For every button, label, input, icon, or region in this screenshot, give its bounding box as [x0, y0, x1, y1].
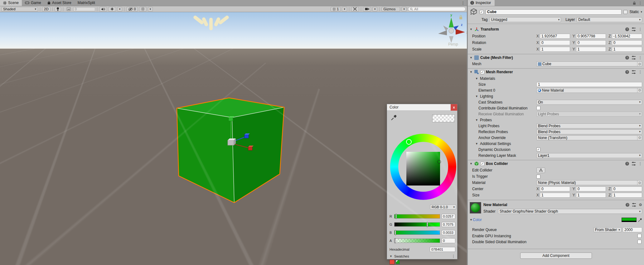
help-icon[interactable]: ? [625, 27, 629, 31]
active-checkbox[interactable]: ✓ [480, 10, 484, 14]
perspective-label[interactable]: Persp [442, 42, 464, 46]
object-picker-icon[interactable]: ⊙ [637, 136, 642, 140]
color-mode-dropdown[interactable]: RGB 0-1.0 ▾ [430, 205, 456, 210]
object-picker-icon[interactable]: ⊙ [637, 181, 642, 185]
foldout-icon[interactable]: ▼ [470, 28, 473, 31]
saturation-value-cursor[interactable] [437, 160, 441, 164]
tab-matrixsplit[interactable]: MatrixSplit [75, 0, 98, 6]
render-queue-field[interactable]: 2000 [623, 227, 642, 232]
value-field-a[interactable]: 0 [442, 238, 455, 243]
scale-z-field[interactable]: 1 [612, 47, 642, 52]
additional-settings-foldout[interactable]: ▼Additional Settings [468, 141, 644, 147]
presets-icon[interactable] [632, 162, 636, 165]
scale-handle-center[interactable] [228, 138, 236, 145]
box-collider-enabled-checkbox[interactable]: ✓ [480, 162, 484, 166]
exposure-field[interactable]: 0 [73, 7, 95, 11]
swatch-red[interactable] [390, 260, 395, 264]
gameobject-cube-icon[interactable] [470, 8, 478, 16]
tab-scene[interactable]: Scene [0, 0, 22, 6]
rotation-x-field[interactable]: 0 [540, 40, 570, 45]
grid-visibility-button[interactable] [139, 7, 147, 12]
component-menu-icon[interactable]: ⋮ [638, 55, 642, 60]
help-icon[interactable]: ? [626, 203, 629, 207]
foldout-icon[interactable]: ▼ [470, 218, 473, 221]
slider-g[interactable] [394, 222, 440, 227]
slider-handle-r[interactable] [395, 214, 397, 219]
scene-tab-menu-icon[interactable]: ⋮ [461, 1, 465, 5]
presets-icon[interactable] [632, 28, 636, 31]
help-icon[interactable]: ? [625, 162, 629, 166]
size-y-field[interactable]: 1 [576, 193, 606, 198]
foldout-icon[interactable]: ▼ [470, 56, 473, 59]
mesh-object-field[interactable]: Cube ⊙ [536, 61, 642, 66]
mesh-renderer-header[interactable]: ▼ ✓ Mesh Renderer ? ⋮ [468, 69, 644, 75]
gizmo-axis-y[interactable]: y [449, 13, 454, 27]
saturation-value-square[interactable] [406, 152, 440, 186]
tab-asset-store[interactable]: Asset Store [44, 0, 75, 6]
effects-toggle-button[interactable] [108, 7, 116, 12]
lock-icon[interactable] [633, 1, 636, 5]
slider-handle-b[interactable] [395, 230, 396, 235]
anchor-override-field[interactable]: None (Transform)⊙ [536, 135, 642, 140]
lighting-foldout[interactable]: ▼Lighting [468, 93, 644, 99]
object-picker-icon[interactable]: ⊙ [637, 88, 642, 93]
center-y-field[interactable]: 0 [576, 186, 606, 191]
rendering-layer-mask-dropdown[interactable]: Layer1▾ [536, 153, 642, 158]
shader-dropdown[interactable]: Shader Graphs/New Shader Graph▾ [498, 209, 642, 214]
gizmo-axis-z[interactable]: z [453, 23, 462, 30]
position-x-field[interactable]: 1.920587 [540, 34, 570, 39]
slider-handle-g[interactable] [427, 222, 428, 227]
value-field-r[interactable]: 0.0257 [442, 214, 455, 219]
foldout-icon[interactable]: ▼ [390, 255, 393, 258]
color-window-titlebar[interactable]: Color x [387, 104, 457, 111]
swatches-menu-icon[interactable]: ⋮ [452, 254, 455, 258]
swatches-header[interactable]: ▼ Swatches ⋮ [390, 253, 455, 259]
gizmo-center[interactable] [449, 28, 454, 33]
light-probes-dropdown[interactable]: Blend Probes▾ [536, 123, 642, 128]
slider-r[interactable] [394, 214, 440, 219]
inspector-menu-icon[interactable]: ⋮ [638, 1, 642, 5]
materials-foldout[interactable]: ▼Materials [468, 75, 644, 81]
2d-toggle-button[interactable]: 2D [42, 7, 51, 12]
gizmo-axis-negative[interactable] [438, 26, 453, 43]
gear-icon[interactable]: ⚙ [639, 203, 642, 207]
size-x-field[interactable]: 1 [540, 193, 570, 198]
double-sided-gi-checkbox[interactable] [637, 240, 642, 244]
component-menu-icon[interactable]: ⋮ [638, 70, 642, 74]
center-z-field[interactable]: 0 [612, 186, 642, 191]
foldout-icon[interactable]: ▼ [475, 77, 478, 80]
center-x-field[interactable]: 0 [540, 186, 570, 191]
gpu-instancing-checkbox[interactable] [637, 234, 642, 238]
is-trigger-checkbox[interactable] [536, 175, 540, 179]
foldout-icon[interactable]: ▼ [475, 118, 478, 122]
help-icon[interactable]: ? [625, 70, 629, 74]
tab-game[interactable]: Game [22, 0, 44, 6]
mesh-renderer-enabled-checkbox[interactable]: ✓ [480, 70, 484, 74]
scene-search-input[interactable]: All [408, 7, 466, 11]
gizmo-axis-x[interactable]: x [456, 29, 467, 35]
scale-x-field[interactable]: 1 [540, 47, 570, 52]
material-color-swatch[interactable] [622, 218, 637, 222]
component-menu-icon[interactable]: ⋮ [638, 27, 642, 31]
box-collider-header[interactable]: ▼ ✓ Box Collider ? ⋮ [468, 160, 644, 167]
layer-dropdown[interactable]: Default▾ [577, 17, 642, 22]
close-button[interactable]: x [451, 104, 457, 111]
hex-field[interactable]: 07B401 [430, 247, 455, 252]
grid-snap-dropdown[interactable]: ▾ [342, 7, 347, 12]
grid-snap-button[interactable]: 1 [331, 7, 341, 12]
camera-settings-button[interactable] [363, 7, 371, 12]
scene-viewport[interactable]: y z x Persp Color x [0, 12, 467, 265]
exposure-button[interactable] [65, 7, 72, 12]
presets-icon[interactable] [632, 203, 636, 206]
value-field-g[interactable]: 0.7075 [442, 222, 455, 227]
material-preview[interactable] [470, 202, 481, 214]
grid-visibility-dropdown[interactable]: ▾ [148, 7, 153, 12]
scene-lighting-button[interactable] [55, 7, 61, 12]
physic-material-field[interactable]: None (Physic Material)⊙ [536, 180, 642, 185]
slider-handle-a[interactable] [395, 238, 396, 243]
gameobject-name-field[interactable]: Cube [486, 9, 622, 15]
size-z-field[interactable]: 1 [612, 193, 642, 198]
add-component-button[interactable]: Add Component [520, 253, 592, 259]
static-checkbox[interactable] [623, 10, 627, 14]
object-picker-icon[interactable]: ⊙ [637, 62, 642, 66]
